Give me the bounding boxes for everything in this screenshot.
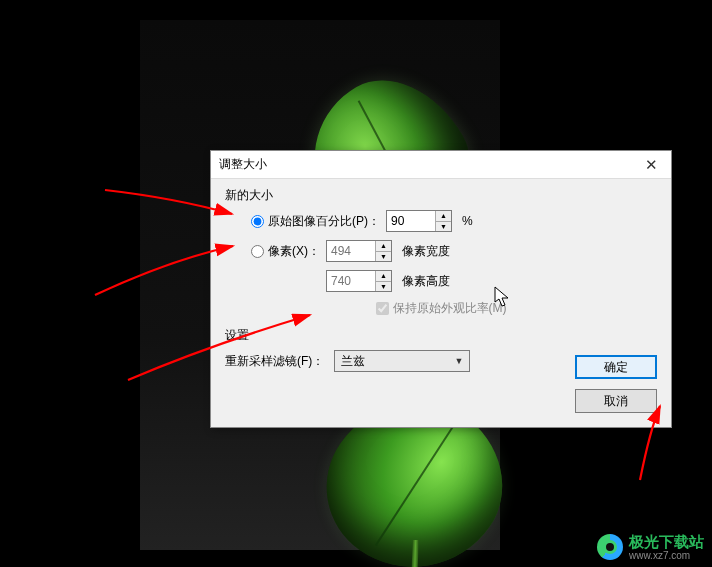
width-label: 像素宽度 — [402, 243, 450, 260]
stem-graphic — [411, 540, 418, 567]
settings-label: 设置 — [225, 327, 657, 344]
spinner-up-icon[interactable]: ▲ — [376, 271, 391, 282]
width-input[interactable] — [327, 241, 375, 261]
row-pixels-height: 像素(X)： ▲ ▼ 像素高度 — [225, 270, 657, 292]
radio-pixels-label: 像素(X)： — [268, 243, 320, 260]
close-button[interactable]: ✕ — [631, 151, 671, 179]
height-spinner[interactable]: ▲ ▼ — [326, 270, 392, 292]
radio-percent[interactable] — [251, 215, 264, 228]
dialog-body: 新的大小 原始图像百分比(P)： ▲ ▼ % 像素(X)： — [211, 179, 671, 427]
cancel-button-label: 取消 — [604, 393, 628, 410]
cancel-button[interactable]: 取消 — [575, 389, 657, 413]
resize-dialog: 调整大小 ✕ 新的大小 原始图像百分比(P)： ▲ ▼ % 像素(X)： — [210, 150, 672, 428]
radio-percent-label: 原始图像百分比(P)： — [268, 213, 380, 230]
row-percent: 原始图像百分比(P)： ▲ ▼ % — [225, 210, 657, 232]
filter-label: 重新采样滤镜(F)： — [225, 353, 324, 370]
row-pixels-width: 像素(X)： ▲ ▼ 像素宽度 — [225, 240, 657, 262]
width-spinner[interactable]: ▲ ▼ — [326, 240, 392, 262]
preserve-ratio-label: 保持原始外观比率(M) — [393, 300, 507, 317]
percent-suffix: % — [462, 214, 473, 228]
chevron-down-icon: ▼ — [454, 356, 463, 366]
spinner-down-icon[interactable]: ▼ — [376, 252, 391, 262]
dialog-titlebar[interactable]: 调整大小 ✕ — [211, 151, 671, 179]
ok-button[interactable]: 确定 — [575, 355, 657, 379]
spinner-down-icon[interactable]: ▼ — [436, 222, 451, 232]
percent-input[interactable] — [387, 211, 435, 231]
filter-value: 兰兹 — [341, 353, 365, 370]
height-input[interactable] — [327, 271, 375, 291]
height-label: 像素高度 — [402, 273, 450, 290]
filter-combo[interactable]: 兰兹 ▼ — [334, 350, 470, 372]
group-new-size-label: 新的大小 — [225, 187, 657, 204]
preserve-ratio-checkbox[interactable] — [376, 302, 389, 315]
spinner-up-icon[interactable]: ▲ — [376, 241, 391, 252]
close-icon: ✕ — [645, 156, 658, 174]
ok-button-label: 确定 — [604, 359, 628, 376]
dialog-buttons: 确定 取消 — [575, 355, 657, 413]
spinner-down-icon[interactable]: ▼ — [376, 282, 391, 292]
radio-pixels[interactable] — [251, 245, 264, 258]
percent-spinner[interactable]: ▲ ▼ — [386, 210, 452, 232]
preserve-ratio-row: 保持原始外观比率(M) — [225, 300, 657, 317]
spinner-up-icon[interactable]: ▲ — [436, 211, 451, 222]
dialog-title: 调整大小 — [219, 156, 631, 173]
